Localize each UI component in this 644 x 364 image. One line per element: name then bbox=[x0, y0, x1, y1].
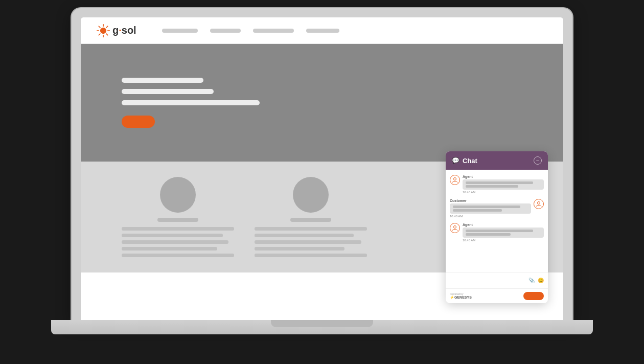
text-line bbox=[255, 240, 361, 244]
text-line bbox=[122, 227, 234, 231]
hero-line-1 bbox=[122, 78, 203, 83]
avatar-2 bbox=[293, 177, 329, 213]
agent-avatar-2 bbox=[450, 223, 460, 233]
agent-msg-content-2: Agent 10:45 AM bbox=[463, 223, 544, 242]
svg-point-9 bbox=[454, 178, 456, 180]
content-card-2 bbox=[255, 177, 367, 257]
logo-text: g·sol bbox=[112, 25, 136, 36]
content-card-1 bbox=[122, 177, 234, 257]
text-line bbox=[255, 254, 367, 257]
nav-item-4[interactable] bbox=[306, 29, 339, 33]
laptop-notch bbox=[271, 320, 373, 327]
attachment-icon[interactable]: 📎 bbox=[528, 278, 535, 283]
hero-cta-button[interactable] bbox=[122, 116, 155, 128]
nav-item-1[interactable] bbox=[162, 29, 198, 33]
message-row-agent-2: Agent 10:45 AM bbox=[450, 223, 544, 242]
customer-msg-content: Customer 10:40 AM bbox=[450, 199, 531, 218]
chat-title: Chat bbox=[463, 157, 477, 165]
customer-name: Customer bbox=[450, 199, 531, 202]
agent-time-2: 10:45 AM bbox=[463, 239, 544, 242]
svg-line-6 bbox=[106, 34, 108, 35]
agent-bubble-2 bbox=[463, 228, 544, 238]
agent-name-2: Agent bbox=[463, 223, 544, 226]
message-row-agent-1: Agent 10:40 AM bbox=[450, 175, 544, 194]
msg-text-line bbox=[466, 233, 511, 236]
msg-text-line bbox=[453, 206, 520, 208]
msg-text-line bbox=[466, 230, 533, 232]
chat-messages: Agent 10:40 AM bbox=[446, 170, 548, 272]
chat-header-left: 💬 Chat bbox=[452, 157, 477, 165]
text-lines-2 bbox=[255, 227, 367, 257]
svg-point-10 bbox=[538, 202, 540, 204]
svg-point-0 bbox=[100, 27, 106, 33]
text-line bbox=[122, 254, 234, 257]
laptop-base bbox=[51, 320, 593, 334]
agent-time-1: 10:40 AM bbox=[463, 191, 544, 194]
text-line bbox=[255, 234, 354, 237]
chat-header: 💬 Chat − bbox=[446, 151, 548, 170]
text-line bbox=[255, 247, 344, 251]
chat-send-button[interactable] bbox=[523, 292, 544, 300]
agent-bubble-1 bbox=[463, 179, 544, 190]
agent-msg-content-1: Agent 10:40 AM bbox=[463, 175, 544, 194]
site-header: g·sol bbox=[81, 17, 563, 44]
logo-sun-icon bbox=[96, 24, 110, 38]
site-content: 💬 Chat − bbox=[81, 162, 563, 272]
customer-bubble bbox=[450, 203, 531, 214]
chat-widget[interactable]: 💬 Chat − bbox=[446, 151, 548, 303]
agent-avatar-1 bbox=[450, 175, 460, 185]
laptop-screen-outer: g·sol bbox=[72, 8, 572, 320]
powered-by-section: Powered by ⚡GENESYS bbox=[450, 292, 472, 300]
logo: g·sol bbox=[96, 24, 136, 38]
text-line bbox=[122, 234, 223, 237]
chat-minimize-button[interactable]: − bbox=[534, 156, 542, 165]
chat-input-area: 📎 😊 bbox=[446, 272, 548, 288]
laptop-wrapper: g·sol bbox=[41, 8, 603, 356]
hero-line-2 bbox=[122, 89, 214, 94]
emoji-icon[interactable]: 😊 bbox=[538, 278, 544, 283]
msg-text-line bbox=[466, 185, 518, 188]
name-bar-1 bbox=[157, 218, 198, 222]
genesys-logo: ⚡GENESYS bbox=[450, 295, 472, 300]
site-hero bbox=[81, 44, 563, 162]
chat-footer: Powered by ⚡GENESYS bbox=[446, 288, 548, 303]
site-nav bbox=[162, 29, 339, 33]
agent-name-1: Agent bbox=[463, 175, 544, 178]
message-row-customer: Customer 10:40 AM bbox=[450, 199, 544, 218]
customer-time: 10:40 AM bbox=[450, 215, 531, 218]
avatar-1 bbox=[160, 177, 196, 213]
chat-message-icon: 💬 bbox=[452, 157, 459, 164]
svg-point-11 bbox=[454, 226, 456, 229]
nav-item-2[interactable] bbox=[210, 29, 241, 33]
svg-line-8 bbox=[99, 34, 100, 35]
svg-line-7 bbox=[106, 26, 108, 28]
msg-text-line bbox=[466, 181, 533, 184]
text-line bbox=[122, 240, 228, 244]
text-line bbox=[122, 247, 217, 251]
nav-item-3[interactable] bbox=[253, 29, 294, 33]
text-line bbox=[255, 227, 367, 231]
minimize-icon: − bbox=[536, 158, 539, 164]
text-lines-1 bbox=[122, 227, 234, 257]
hero-line-3 bbox=[122, 100, 260, 105]
laptop-screen-inner: g·sol bbox=[81, 17, 563, 320]
name-bar-2 bbox=[290, 218, 331, 222]
customer-avatar bbox=[534, 199, 544, 209]
msg-text-line bbox=[453, 209, 502, 212]
svg-line-5 bbox=[99, 26, 100, 28]
